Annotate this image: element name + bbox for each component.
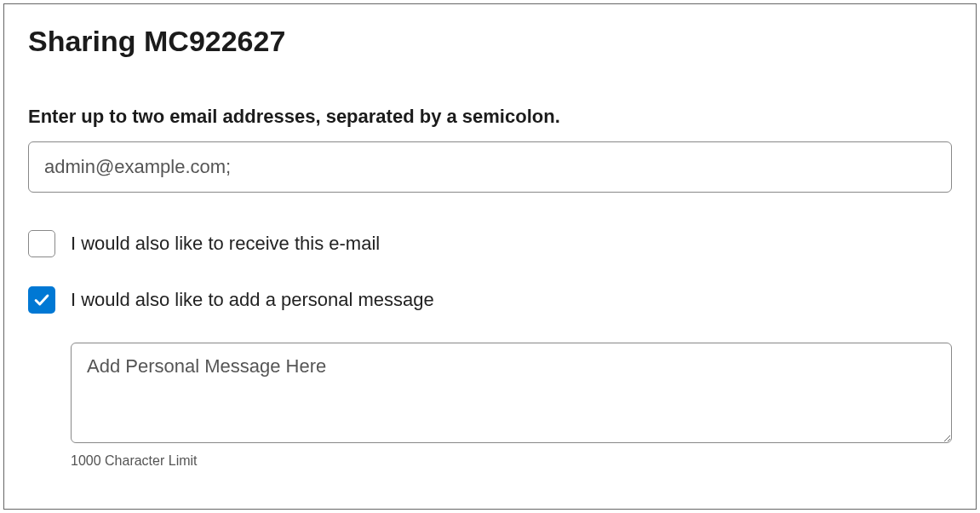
email-instruction: Enter up to two email addresses, separat…	[28, 106, 952, 128]
personal-message-block: 1000 Character Limit	[71, 343, 952, 469]
email-addresses-input[interactable]	[28, 141, 952, 193]
personal-message-label: I would also like to add a personal mess…	[71, 289, 434, 311]
receive-email-row: I would also like to receive this e-mail	[28, 230, 952, 257]
receive-email-checkbox[interactable]	[28, 230, 55, 257]
page-title: Sharing MC922627	[28, 25, 952, 58]
personal-message-textarea[interactable]	[71, 343, 952, 443]
sharing-panel: Sharing MC922627 Enter up to two email a…	[3, 3, 977, 510]
character-limit-label: 1000 Character Limit	[71, 453, 952, 469]
checkmark-icon	[32, 291, 51, 309]
personal-message-row: I would also like to add a personal mess…	[28, 286, 952, 314]
personal-message-checkbox[interactable]	[28, 286, 55, 314]
receive-email-label: I would also like to receive this e-mail	[71, 233, 380, 255]
